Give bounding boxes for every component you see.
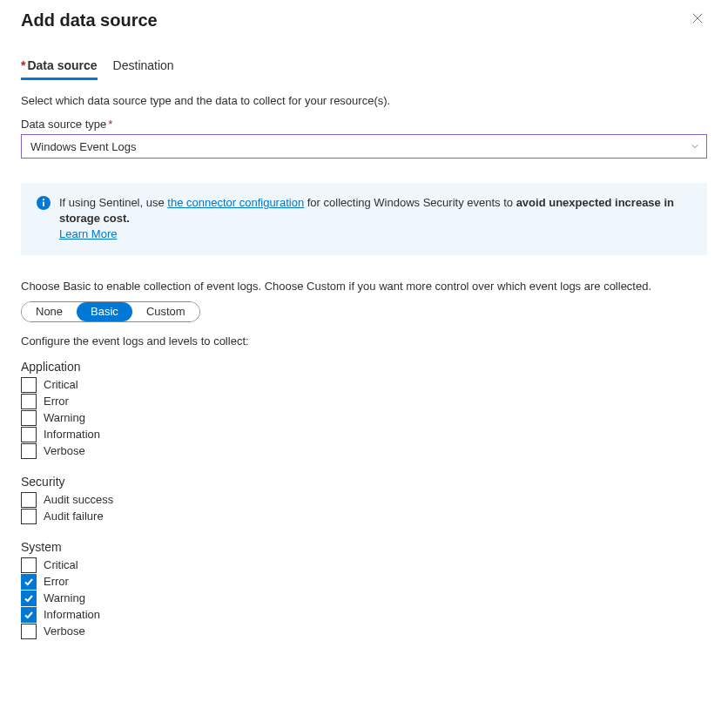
- panel-header: Add data source: [21, 10, 707, 30]
- checkbox-row[interactable]: Verbose: [21, 443, 707, 459]
- checkbox[interactable]: [21, 377, 37, 393]
- tab-data-source[interactable]: *Data source: [21, 55, 98, 80]
- checkbox[interactable]: [21, 427, 37, 442]
- checkbox-label: Verbose: [44, 444, 85, 457]
- tab-destination[interactable]: Destination: [113, 55, 174, 80]
- checkbox-row[interactable]: Audit failure: [21, 509, 707, 524]
- pill-custom[interactable]: Custom: [132, 302, 199, 321]
- checkbox-label: Critical: [44, 558, 78, 571]
- group-label: Security: [21, 475, 707, 489]
- tabs: *Data source Destination: [21, 55, 707, 80]
- learn-more-link[interactable]: Learn More: [59, 227, 117, 240]
- checkbox-label: Error: [44, 575, 69, 588]
- checkbox[interactable]: [21, 607, 37, 623]
- data-source-type-label: Data source type*: [21, 118, 707, 131]
- connector-config-link[interactable]: the connector configuration: [167, 196, 304, 209]
- checkbox[interactable]: [21, 394, 37, 409]
- checkbox[interactable]: [21, 443, 37, 459]
- checkbox[interactable]: [21, 509, 37, 524]
- info-callout: If using Sentinel, use the connector con…: [21, 183, 707, 255]
- group-label: Application: [21, 360, 707, 374]
- checkbox-label: Critical: [44, 378, 78, 391]
- checkbox-row[interactable]: Verbose: [21, 624, 707, 639]
- checkbox-label: Information: [44, 608, 100, 621]
- close-icon[interactable]: [688, 10, 707, 29]
- checkbox-row[interactable]: Critical: [21, 377, 707, 393]
- checkbox-row[interactable]: Warning: [21, 410, 707, 426]
- checkbox-row[interactable]: Error: [21, 574, 707, 590]
- checkbox-row[interactable]: Information: [21, 427, 707, 442]
- configure-text: Configure the event logs and levels to c…: [21, 334, 707, 348]
- info-text: If using Sentinel, use the connector con…: [59, 195, 691, 243]
- checkbox[interactable]: [21, 574, 37, 590]
- data-source-type-dropdown[interactable]: Windows Event Logs: [21, 134, 707, 159]
- pill-none[interactable]: None: [22, 302, 77, 321]
- choose-description: Choose Basic to enable collection of eve…: [21, 280, 707, 293]
- svg-point-3: [43, 199, 44, 200]
- checkbox-label: Audit failure: [44, 510, 104, 523]
- checkbox-row[interactable]: Information: [21, 607, 707, 623]
- checkbox-label: Verbose: [44, 624, 85, 638]
- checkbox[interactable]: [21, 591, 37, 606]
- log-group-security: SecurityAudit successAudit failure: [21, 475, 707, 524]
- checkbox[interactable]: [21, 557, 37, 573]
- checkbox-label: Warning: [44, 591, 85, 604]
- group-label: System: [21, 540, 707, 554]
- checkbox-row[interactable]: Warning: [21, 591, 707, 606]
- svg-rect-4: [43, 202, 44, 207]
- checkbox-label: Error: [44, 395, 69, 408]
- chevron-down-icon: [691, 142, 699, 151]
- mode-pill-group: None Basic Custom: [21, 301, 200, 322]
- checkbox-row[interactable]: Error: [21, 394, 707, 409]
- checkbox[interactable]: [21, 624, 37, 639]
- dropdown-value: Windows Event Logs: [30, 140, 136, 153]
- checkbox[interactable]: [21, 410, 37, 426]
- checkbox-row[interactable]: Critical: [21, 557, 707, 573]
- pill-basic[interactable]: Basic: [77, 302, 132, 321]
- checkbox-label: Audit success: [44, 493, 113, 506]
- checkbox-row[interactable]: Audit success: [21, 492, 707, 508]
- log-group-application: ApplicationCriticalErrorWarningInformati…: [21, 360, 707, 459]
- intro-text: Select which data source type and the da…: [21, 94, 707, 107]
- checkbox[interactable]: [21, 492, 37, 508]
- log-group-system: SystemCriticalErrorWarningInformationVer…: [21, 540, 707, 639]
- checkbox-label: Warning: [44, 411, 85, 424]
- page-title: Add data source: [21, 10, 158, 30]
- info-icon: [37, 196, 51, 210]
- checkbox-label: Information: [44, 428, 100, 441]
